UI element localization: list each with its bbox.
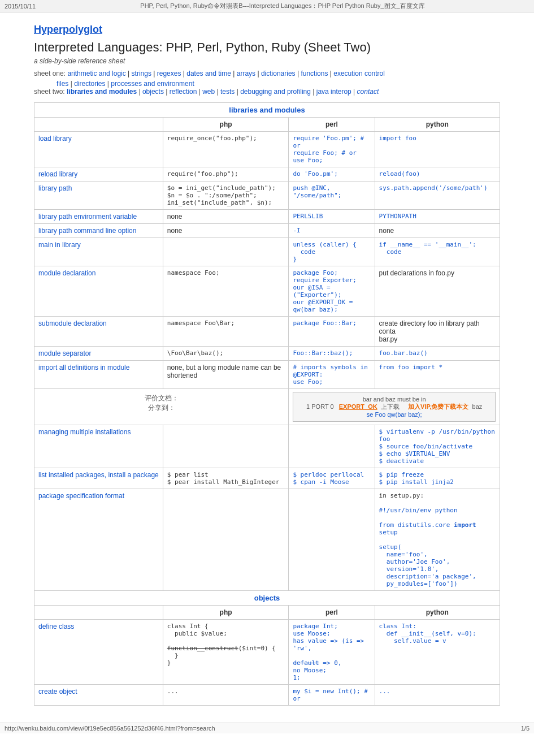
nav-link-regexes[interactable]: regexes	[157, 70, 181, 77]
table-row: managing multiple installations $ virtua…	[34, 425, 500, 468]
row-perl-defclass: package Int; use Moose; has value => (is…	[289, 620, 375, 685]
page-content: Hyperpolyglot Interpreted Languages: PHP…	[0, 12, 534, 723]
browser-date: 2015/10/11	[5, 3, 36, 10]
nav-link-processes[interactable]: processes and environment	[111, 80, 194, 88]
row-php-listpkg: $ pear list $ pear install Math_BigInteg…	[163, 468, 289, 489]
row-php-reload: require("foo.php");	[163, 167, 289, 182]
row-python-modsep: foo.bar.baz()	[375, 347, 500, 361]
row-php-modsep: \Foo\Bar\baz();	[163, 347, 289, 361]
col-perl-header: perl	[289, 118, 375, 132]
row-label-multinstall: managing multiple installations	[34, 425, 163, 468]
row-php-createobj: ...	[163, 685, 289, 706]
row-php-multinstall	[163, 425, 289, 468]
table-row: module separator \Foo\Bar\baz(); Foo::Ba…	[34, 347, 500, 361]
col-python-header: python	[375, 118, 500, 132]
sheet-two-nav: files | directories | processes and envi…	[34, 80, 500, 96]
row-python-main: if __name__ == '__main__': code	[375, 238, 500, 266]
row-php-libenv: none	[163, 210, 289, 224]
row-python-libcli: none	[375, 224, 500, 238]
row-python-load: import foo	[375, 132, 500, 167]
row-php-libpath: $o = ini_get("include_path"); $n = $o . …	[163, 182, 289, 210]
nav-link-contact[interactable]: contact	[357, 88, 379, 96]
row-perl-load: require 'Foo.pm'; # or require Foo; # or…	[289, 132, 375, 167]
table-row: create object ... my $i = new Int(); # o…	[34, 685, 500, 706]
row-label-reload: reload library	[34, 167, 163, 182]
row-python-listpkg: $ pip freeze $ pip install jinja2	[375, 468, 500, 489]
footer-page: 1/5	[521, 725, 529, 732]
table-row: library path $o = ini_get("include_path"…	[34, 182, 500, 210]
footer-url: http://wenku.baidu.com/view/0f19e5ec856a…	[5, 725, 215, 732]
row-php-load: require_once("foo.php");	[163, 132, 289, 167]
nav-link-directories[interactable]: directories	[74, 80, 105, 88]
nav-link-functions[interactable]: functions	[301, 70, 328, 77]
row-python-reload: reload(foo)	[375, 167, 500, 182]
table-row: library path environment variable none P…	[34, 210, 500, 224]
browser-title: PHP, Perl, Python, Ruby命令对照表B---Interpre…	[140, 2, 424, 10]
row-php-pkgspec	[163, 489, 289, 591]
col-label-header-obj	[34, 606, 163, 620]
row-python-libenv: PYTHONPATH	[375, 210, 500, 224]
section-header-objects: objects	[34, 591, 500, 606]
row-python-moddecl: put declarations in foo.py	[375, 266, 500, 317]
sheet-one-nav: sheet one: arithmetic and logic | string…	[34, 70, 500, 77]
row-perl-multinstall	[289, 425, 375, 468]
nav-link-arithmetic[interactable]: arithmetic and logic	[67, 70, 125, 77]
row-label-libenv: library path environment variable	[34, 210, 163, 224]
nav-link-reflection[interactable]: reflection	[170, 88, 197, 96]
nav-link-debugging[interactable]: debugging and profiling	[240, 88, 311, 96]
row-label-defclass: define class	[34, 620, 163, 685]
nav-link-execution[interactable]: execution control	[333, 70, 385, 77]
row-perl-modsep: Foo::Bar::baz();	[289, 347, 375, 361]
table-row: load library require_once("foo.php"); re…	[34, 132, 500, 167]
nav-link-tests[interactable]: tests	[220, 88, 235, 96]
row-label-modsep: module separator	[34, 347, 163, 361]
row-label-main: main in library	[34, 238, 163, 266]
nav-link-files[interactable]: files	[57, 80, 68, 88]
row-label-libpath: library path	[34, 182, 163, 210]
row-label-load: load library	[34, 132, 163, 167]
nav-link-java[interactable]: java interop	[316, 88, 351, 96]
table-row: define class class Int { public $value; …	[34, 620, 500, 685]
nav-link-web[interactable]: web	[202, 88, 215, 96]
row-perl-main: unless (caller) { code }	[289, 238, 375, 266]
row-label-listpkg: list installed packages, install a packa…	[34, 468, 163, 489]
row-perl-listpkg: $ perldoc perllocal $ cpan -i Moose	[289, 468, 375, 489]
nav-link-dates[interactable]: dates and time	[186, 70, 231, 77]
table-row: main in library unless (caller) { code }…	[34, 238, 500, 266]
row-python-pkgspec: in setup.py: #!/usr/bin/env python from …	[375, 489, 500, 591]
col-python-header-obj: python	[375, 606, 500, 620]
row-label-submod: submodule declaration	[34, 317, 163, 347]
table-row: reload library require("foo.php"); do 'F…	[34, 167, 500, 182]
row-label-pkgspec: package specification format	[34, 489, 163, 591]
row-php-importall: none, but a long module name can be shor…	[163, 361, 289, 389]
overlay-right: bar and baz must be in 1 PORT 0 EXPORT_O…	[289, 389, 500, 425]
site-title[interactable]: Hyperpolyglot	[34, 24, 500, 36]
browser-bar: 2015/10/11 PHP, Perl, Python, Ruby命令对照表B…	[0, 0, 534, 12]
row-perl-moddecl: package Foo; require Exporter; our @ISA …	[289, 266, 375, 317]
reference-table: libraries and modules php perl python lo…	[34, 102, 500, 706]
row-python-libpath: sys.path.append('/some/path')	[375, 182, 500, 210]
table-row: library path command line option none -I…	[34, 224, 500, 238]
row-perl-submod: package Foo::Bar;	[289, 317, 375, 347]
row-perl-libenv: PERL5LIB	[289, 210, 375, 224]
overlay-left: 评价文档： 分享到：	[34, 389, 289, 425]
row-perl-libpath: push @INC, "/some/path";	[289, 182, 375, 210]
table-row: list installed packages, install a packa…	[34, 468, 500, 489]
row-perl-createobj: my $i = new Int(); # or	[289, 685, 375, 706]
row-php-libcli: none	[163, 224, 289, 238]
section-header-libraries: libraries and modules	[34, 103, 500, 118]
nav-link-libraries[interactable]: libraries and modules	[67, 88, 137, 96]
subtitle: a side-by-side reference sheet	[34, 57, 500, 65]
row-label-moddecl: module declaration	[34, 266, 163, 317]
table-row: submodule declaration namespace Foo\Bar;…	[34, 317, 500, 347]
nav-link-arrays[interactable]: arrays	[237, 70, 255, 77]
row-php-main	[163, 238, 289, 266]
nav-link-objects[interactable]: objects	[142, 88, 164, 96]
nav-link-strings[interactable]: strings	[132, 70, 151, 77]
nav-link-dictionaries[interactable]: dictionaries	[261, 70, 296, 77]
row-python-createobj: ...	[375, 685, 500, 706]
col-php-header: php	[163, 118, 289, 132]
row-label-libcli: library path command line option	[34, 224, 163, 238]
col-label-header	[34, 118, 163, 132]
table-row: module declaration namespace Foo; packag…	[34, 266, 500, 317]
